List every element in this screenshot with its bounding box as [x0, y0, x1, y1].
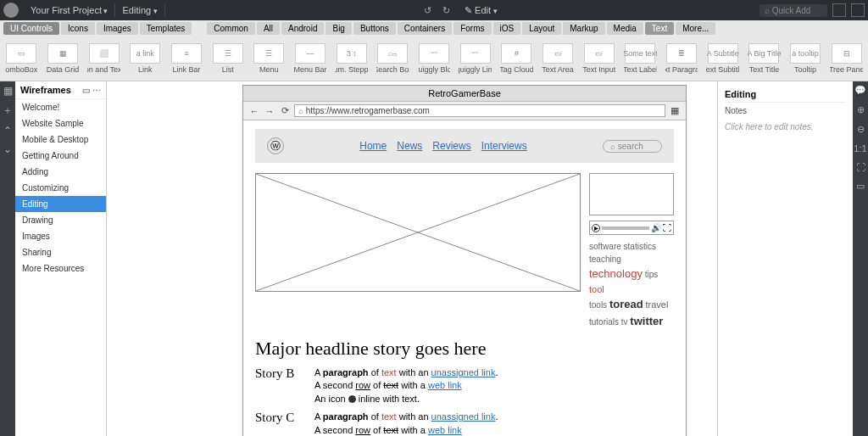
- forward-icon[interactable]: →: [264, 105, 275, 117]
- gallery-texttitle[interactable]: A Big TitleText Title: [748, 43, 781, 74]
- play-icon[interactable]: ▸: [592, 224, 600, 232]
- nav-item-editing[interactable]: Editing: [15, 196, 106, 212]
- mocknav-home[interactable]: Home: [359, 140, 387, 152]
- add-icon[interactable]: ＋: [3, 103, 13, 118]
- nav-item-getting-around[interactable]: Getting Around: [15, 148, 106, 164]
- url-bar[interactable]: https://www.retrogamerbase.com: [294, 104, 665, 117]
- nav-item-website-sample[interactable]: Website Sample: [15, 115, 106, 131]
- nav-item-welcome-[interactable]: Welcome!: [15, 99, 106, 115]
- zoom-in-icon[interactable]: ⊕: [857, 104, 865, 115]
- gallery-squigglylin[interactable]: 〰Squiggly Lin…: [459, 43, 492, 74]
- canvas[interactable]: RetroGamerBase ← → ⟳ https://www.retroga…: [107, 81, 717, 436]
- app-logo[interactable]: [3, 3, 19, 18]
- gallery-ombobox[interactable]: ▭omboBox: [5, 43, 38, 74]
- nav-item-adding[interactable]: Adding: [15, 164, 106, 180]
- back-icon[interactable]: ←: [248, 105, 260, 117]
- story-label: Story C: [255, 411, 303, 436]
- filter-forms[interactable]: Forms: [453, 22, 491, 35]
- volume-icon[interactable]: 🔊: [651, 223, 661, 232]
- media-box: [589, 173, 674, 215]
- nav-item-images[interactable]: Images: [15, 228, 106, 244]
- filter-ios[interactable]: iOS: [493, 22, 521, 35]
- story-row: Story BA paragraph of text with an unass…: [255, 366, 674, 405]
- gallery-menu[interactable]: ☰Menu: [253, 43, 286, 74]
- gallery-textsubtitle[interactable]: A SubtitleText Subtitle: [706, 43, 739, 74]
- gallery-tooltip[interactable]: a tooltipTooltip: [789, 43, 822, 74]
- filter-all[interactable]: All: [257, 22, 280, 35]
- mock-title: RetroGamerBase: [243, 86, 686, 102]
- rpanel-sub: Notes: [725, 103, 846, 119]
- gallery-datagrid[interactable]: ▦Data Grid: [47, 43, 80, 74]
- markup-icon[interactable]: ▭: [856, 181, 865, 192]
- mode-menu[interactable]: Editing: [114, 3, 164, 17]
- share-icon[interactable]: [832, 3, 846, 17]
- tab-icons[interactable]: Icons: [61, 22, 95, 35]
- mocknav-news[interactable]: News: [397, 140, 422, 152]
- filter-buttons[interactable]: Buttons: [353, 22, 396, 35]
- undo-icon[interactable]: ↺: [420, 3, 434, 17]
- up-icon[interactable]: ⌃: [3, 125, 12, 137]
- redo-icon[interactable]: ↻: [439, 3, 453, 17]
- gallery-iconandtex[interactable]: ⬜Icon and Tex…: [87, 43, 120, 74]
- filter-android[interactable]: Android: [281, 22, 324, 35]
- notes-placeholder[interactable]: Click here to edit notes.: [725, 119, 846, 135]
- nav-item-sharing[interactable]: Sharing: [15, 244, 106, 260]
- gallery-numstepper[interactable]: 3 ↕Num. Stepper: [335, 43, 368, 74]
- gallery-tagcloud[interactable]: #Tag Cloud: [500, 43, 533, 74]
- hero-image-placeholder: [255, 173, 581, 292]
- gallery-textlabel[interactable]: Some textText Label: [624, 43, 657, 74]
- nav-item-customizing[interactable]: Customizing: [15, 180, 106, 196]
- go-icon[interactable]: ▦: [669, 105, 681, 117]
- gallery-textarea[interactable]: ▭Text Area: [542, 43, 575, 74]
- grid-icon[interactable]: ▦: [3, 85, 13, 97]
- media-controls[interactable]: ▸ 🔊 ⛶: [589, 221, 674, 235]
- tab-ui-controls[interactable]: UI Controls: [3, 22, 59, 35]
- gallery-link[interactable]: a linkLink: [129, 43, 162, 74]
- nav-item-more-resources[interactable]: More Resources: [15, 260, 106, 277]
- comment-icon[interactable]: 💬: [854, 85, 866, 96]
- filter-containers[interactable]: Containers: [398, 22, 452, 35]
- gallery-squigglyblo[interactable]: 〰Squiggly Blo…: [418, 43, 451, 74]
- gallery-treepane[interactable]: ⊟Tree Pane: [830, 43, 863, 74]
- edit-dropdown[interactable]: Edit: [458, 3, 504, 18]
- filter-layout[interactable]: Layout: [522, 22, 561, 35]
- zoom-out-icon[interactable]: ⊖: [857, 124, 865, 135]
- filter-markup[interactable]: Markup: [563, 22, 604, 35]
- story-body: A paragraph of text with an unassigned l…: [314, 411, 674, 436]
- gallery-textinput[interactable]: ▭Text Input: [582, 43, 615, 74]
- mocknav-reviews[interactable]: Reviews: [432, 140, 470, 152]
- filter-common[interactable]: Common: [207, 22, 255, 35]
- filter-text[interactable]: Text: [645, 22, 674, 35]
- gallery-list[interactable]: ☰List: [211, 43, 244, 74]
- nav-title: Wireframes: [20, 85, 71, 95]
- nav-panel: Wireframes ▭ ⋯ Welcome!Website SampleMob…: [15, 81, 107, 436]
- mock-search[interactable]: search: [603, 140, 662, 153]
- zoom-11-icon[interactable]: 1:1: [854, 143, 866, 154]
- filter-more...[interactable]: More...: [676, 22, 715, 35]
- tab-images[interactable]: Images: [97, 22, 138, 35]
- project-menu[interactable]: Your First Project: [24, 3, 114, 17]
- reload-icon[interactable]: ⟳: [279, 105, 291, 117]
- tab-templates[interactable]: Templates: [140, 22, 192, 35]
- down-icon[interactable]: ⌄: [3, 143, 12, 155]
- nav-item-drawing[interactable]: Drawing: [15, 212, 106, 228]
- gallery-textparagra[interactable]: ≣Text Paragra…: [665, 43, 698, 74]
- fit-icon[interactable]: ⛶: [856, 162, 865, 172]
- site-logo-icon: ⓦ: [267, 137, 284, 154]
- fullscreen-icon[interactable]: ⛶: [663, 223, 671, 232]
- quick-add-input[interactable]: Quick Add: [760, 4, 827, 17]
- gallery-searchbox[interactable]: ⌕▭Search Box: [376, 43, 409, 74]
- mocknav-interviews[interactable]: Interviews: [481, 140, 527, 152]
- browser-mockup[interactable]: RetroGamerBase ← → ⟳ https://www.retroga…: [242, 85, 687, 436]
- nav-menu-icon[interactable]: ⋯: [92, 86, 101, 95]
- gallery-linkbar[interactable]: ≡Link Bar: [170, 43, 203, 74]
- filter-media[interactable]: Media: [607, 22, 643, 35]
- tag-cloud: software statistics teaching technology …: [589, 240, 674, 329]
- left-rail: ▦ ＋ ⌃ ⌄: [0, 81, 15, 436]
- nav-view-icon[interactable]: ▭: [82, 86, 90, 95]
- user-icon[interactable]: [851, 3, 865, 17]
- nav-item-mobile---desktop[interactable]: Mobile & Desktop: [15, 131, 106, 148]
- filter-big[interactable]: Big: [326, 22, 351, 35]
- gallery-menubar[interactable]: —Menu Bar: [294, 43, 327, 74]
- story-label: Story B: [255, 366, 303, 405]
